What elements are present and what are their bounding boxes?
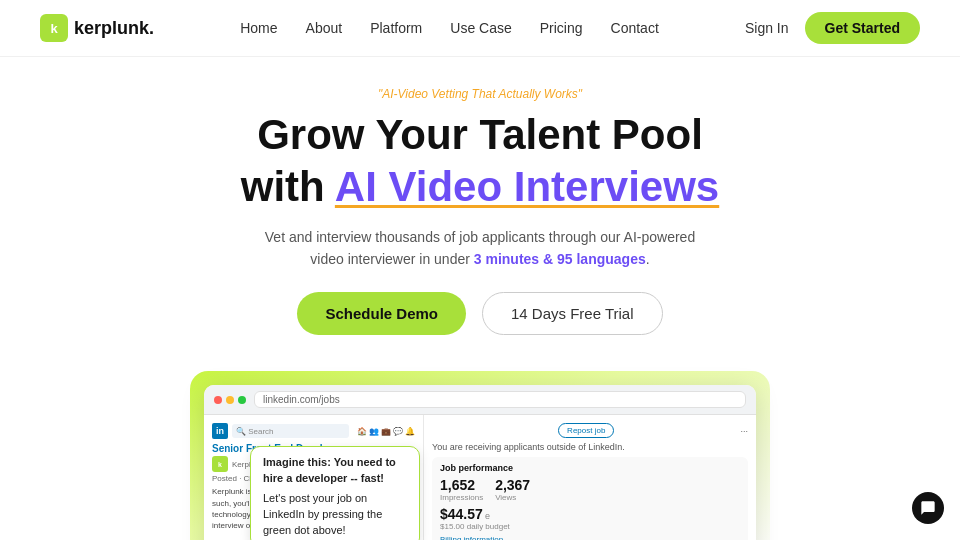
nav-links: Home About Platform Use Case Pricing Con… xyxy=(240,19,659,37)
hero-subtitle: Vet and interview thousands of job appli… xyxy=(20,226,940,271)
tooltip-line2: Let's post your job on LinkedIn by press… xyxy=(263,491,407,539)
hero-buttons: Schedule Demo 14 Days Free Trial xyxy=(20,292,940,335)
logo-text: kerplunk. xyxy=(74,18,154,39)
nav-platform[interactable]: Platform xyxy=(370,20,422,36)
job-perf-title: Job performance xyxy=(440,463,740,473)
nav-usecase[interactable]: Use Case xyxy=(450,20,511,36)
hero-sub-text1: Vet and interview thousands of job appli… xyxy=(265,229,695,245)
linkedin-search[interactable]: 🔍 Search xyxy=(232,424,349,438)
logo-icon: k xyxy=(40,14,68,42)
hero-title-line2: with AI Video Interviews xyxy=(20,163,940,211)
chat-widget-button[interactable] xyxy=(912,492,944,524)
browser-dots xyxy=(214,396,246,404)
dot-red xyxy=(214,396,222,404)
signin-button[interactable]: Sign In xyxy=(745,20,789,36)
hero-sub-text2: video interviewer in under xyxy=(310,251,473,267)
linkedin-nav-jobs: 💼 xyxy=(381,427,391,436)
stat2-val: 2,367 xyxy=(495,477,530,493)
linkedin-nav-home: 🏠 xyxy=(357,427,367,436)
stat2-lbl: Views xyxy=(495,493,530,502)
linkedin-nav-people: 👥 xyxy=(369,427,379,436)
get-started-button[interactable]: Get Started xyxy=(805,12,920,44)
navigation: k kerplunk. Home About Platform Use Case… xyxy=(0,0,960,57)
dot-green xyxy=(238,396,246,404)
hero-title-line1: Grow Your Talent Pool xyxy=(20,111,940,159)
repost-job-button[interactable]: Repost job xyxy=(558,423,614,438)
nav-pricing[interactable]: Pricing xyxy=(540,20,583,36)
stat1-val: 1,652 xyxy=(440,477,483,493)
browser-content: in 🔍 Search 🏠 👥 💼 💬 🔔 Senior Front End D… xyxy=(204,415,756,540)
hero-sub-end: . xyxy=(646,251,650,267)
browser-window: linkedin.com/jobs in 🔍 Search 🏠 👥 💼 💬 🔔 xyxy=(204,385,756,540)
linkedin-logo: in xyxy=(212,423,228,439)
dot-yellow xyxy=(226,396,234,404)
stat-views: 2,367 Views xyxy=(495,477,530,502)
free-trial-button[interactable]: 14 Days Free Trial xyxy=(482,292,663,335)
browser-url[interactable]: linkedin.com/jobs xyxy=(254,391,746,408)
tooltip-bubble: Imagine this: You need to hire a develop… xyxy=(250,446,420,540)
linkedin-nav-msg: 💬 xyxy=(393,427,403,436)
schedule-demo-button[interactable]: Schedule Demo xyxy=(297,292,466,335)
hero-sub-bold: 3 minutes & 95 languages xyxy=(474,251,646,267)
nav-about[interactable]: About xyxy=(306,20,343,36)
stat-budget: $15.00 daily budget xyxy=(440,522,740,531)
stat1-lbl: Impressions xyxy=(440,493,483,502)
nav-home[interactable]: Home xyxy=(240,20,277,36)
perf-stats: 1,652 Impressions 2,367 Views xyxy=(440,477,740,502)
linkedin-right-panel: Repost job ··· You are receiving applica… xyxy=(424,415,756,540)
stat-impressions: 1,652 Impressions xyxy=(440,477,483,502)
nav-contact[interactable]: Contact xyxy=(611,20,659,36)
hero-section: "AI-Video Vetting That Actually Works" G… xyxy=(0,57,960,351)
stat-money: $44.57 xyxy=(440,506,483,522)
kerplunk-badge: k xyxy=(212,456,228,472)
browser-bar: linkedin.com/jobs xyxy=(204,385,756,415)
right-header: You are receiving applicants outside of … xyxy=(432,442,748,452)
hero-title-highlight: AI Video Interviews xyxy=(335,163,719,210)
nav-actions: Sign In Get Started xyxy=(745,12,920,44)
dashboard-preview: linkedin.com/jobs in 🔍 Search 🏠 👥 💼 💬 🔔 xyxy=(190,371,770,540)
hero-title-plain: with xyxy=(241,163,335,210)
linkedin-header: in 🔍 Search 🏠 👥 💼 💬 🔔 xyxy=(212,423,415,439)
hero-badge: "AI-Video Vetting That Actually Works" xyxy=(20,87,940,101)
billing-info-link[interactable]: Billing information xyxy=(440,535,740,540)
tooltip-line1: Imagine this: You need to hire a develop… xyxy=(263,455,407,487)
stat-money-row: $44.57 e xyxy=(440,506,740,522)
job-performance-card: Job performance 1,652 Impressions 2,367 … xyxy=(432,457,748,540)
linkedin-nav-notif: 🔔 xyxy=(405,427,415,436)
logo[interactable]: k kerplunk. xyxy=(40,14,154,42)
